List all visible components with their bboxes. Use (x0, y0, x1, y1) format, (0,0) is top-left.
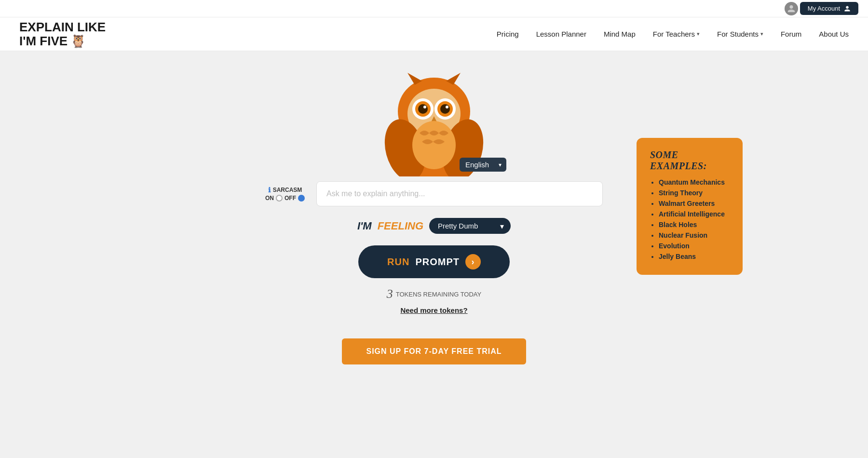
header: EXPLAIN LIKE I'M FIVE 🦉 Pricing Lesson P… (0, 17, 868, 51)
off-label: OFF (285, 195, 296, 202)
sarcasm-label: SARCASM (273, 187, 302, 193)
list-item[interactable]: Quantum Mechanics (659, 178, 729, 186)
run-label-orange: RUN (387, 256, 409, 268)
feeling-select[interactable]: Pretty Dumb Smart Like a 5 year old Expe… (429, 218, 511, 234)
search-input[interactable] (316, 181, 603, 206)
sarcasm-on-radio[interactable] (276, 195, 283, 202)
tokens-count: 3 (387, 287, 393, 301)
list-item[interactable]: Jelly Beans (659, 253, 729, 260)
sarcasm-off-radio[interactable] (298, 195, 305, 202)
run-label-white: PROMPT (415, 256, 460, 268)
svg-point-16 (412, 121, 456, 169)
main-content: English Spanish French German ℹ SARCASM … (0, 51, 868, 364)
list-item[interactable]: Walmart Greeters (659, 200, 729, 207)
feeling-text: FEELING (378, 220, 423, 232)
list-item[interactable]: Artificial Intelligence (659, 210, 729, 218)
search-area: ℹ SARCASM ON OFF (265, 181, 603, 206)
need-tokens-link[interactable]: Need more tokens? (400, 306, 467, 314)
signup-button[interactable]: SIGN UP FOR 7-DAY FREE TRIAL (342, 338, 526, 364)
sarcasm-info-icon[interactable]: ℹ (268, 186, 271, 194)
list-item[interactable]: String Theory (659, 189, 729, 197)
svg-point-12 (446, 106, 448, 108)
main-nav: Pricing Lesson Planner Mind Map For Teac… (497, 30, 849, 38)
logo-owl-emoji: 🦉 (70, 34, 86, 48)
svg-point-9 (418, 104, 428, 114)
list-item[interactable]: Evolution (659, 242, 729, 250)
nav-lesson-planner[interactable]: Lesson Planner (536, 30, 586, 38)
logo-line2: I'M FIVE (19, 34, 68, 48)
nav-about-us[interactable]: About Us (819, 30, 849, 38)
language-selector-badge[interactable]: English Spanish French German (460, 158, 506, 172)
tokens-row: 3 TOKENS REMAINING TODAY (387, 287, 481, 301)
examples-box: Some Examples: Quantum Mechanics String … (637, 138, 743, 275)
top-bar: My Account (0, 0, 868, 17)
run-prompt-button[interactable]: RUN PROMPT › (358, 245, 510, 278)
sarcasm-toggle: ℹ SARCASM ON OFF (265, 186, 305, 202)
owl-image-container: English Spanish French German (366, 66, 502, 176)
on-label: ON (265, 195, 274, 202)
examples-title: Some Examples: (650, 149, 729, 172)
examples-list: Quantum Mechanics String Theory Walmart … (650, 178, 729, 260)
avatar-icon (785, 2, 798, 15)
svg-point-11 (423, 106, 426, 108)
language-select[interactable]: English Spanish French German (460, 158, 506, 172)
feeling-select-wrapper[interactable]: Pretty Dumb Smart Like a 5 year old Expe… (429, 218, 511, 234)
nav-for-teachers[interactable]: For Teachers ▾ (653, 30, 700, 38)
arrow-right-icon: › (465, 254, 481, 269)
nav-pricing[interactable]: Pricing (497, 30, 519, 38)
nav-mind-map[interactable]: Mind Map (604, 30, 636, 38)
logo: EXPLAIN LIKE I'M FIVE 🦉 (19, 20, 106, 48)
list-item[interactable]: Black Holes (659, 221, 729, 229)
logo-line1: EXPLAIN LIKE (19, 20, 106, 34)
tokens-label: TOKENS REMAINING TODAY (396, 291, 481, 298)
my-account-label: My Account (808, 5, 840, 12)
chevron-down-icon: ▾ (697, 31, 700, 37)
list-item[interactable]: Nuclear Fusion (659, 231, 729, 239)
im-text: I'M (357, 220, 372, 232)
svg-point-10 (440, 104, 450, 114)
signup-label: SIGN UP FOR 7-DAY FREE TRIAL (366, 347, 502, 355)
chevron-down-icon: ▾ (760, 31, 763, 37)
nav-for-students[interactable]: For Students ▾ (717, 30, 763, 38)
nav-forum[interactable]: Forum (781, 30, 801, 38)
feeling-row: I'M FEELING Pretty Dumb Smart Like a 5 y… (357, 218, 511, 234)
my-account-button[interactable]: My Account (800, 2, 858, 15)
